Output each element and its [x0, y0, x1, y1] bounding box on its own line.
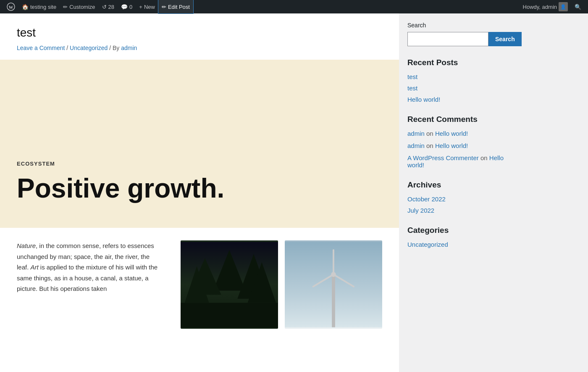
category-item-1[interactable]: Uncategorized: [407, 241, 517, 248]
search-link[interactable]: 🔍: [571, 0, 585, 13]
edit-post-icon: ✏: [162, 4, 166, 10]
new-icon: +: [139, 4, 142, 10]
admin-bar: W 🏠 testing site ✏ Customize ↺ 28 💬 0 + …: [0, 0, 588, 13]
updates-count: 28: [108, 4, 114, 10]
archive-item-2[interactable]: July 2022: [407, 207, 517, 214]
leave-comment-link[interactable]: Leave a Comment: [17, 45, 65, 51]
recent-post-1[interactable]: test: [407, 73, 517, 80]
archives-widget: Archives October 2022 July 2022: [407, 180, 517, 214]
comments-link[interactable]: 💬 0: [118, 0, 136, 13]
sidebar: Search Search Recent Posts test test Hel…: [399, 13, 525, 372]
comment-on-1: on: [426, 130, 435, 137]
recent-post-3[interactable]: Hello world!: [407, 96, 517, 103]
wp-logo-button[interactable]: W: [3, 0, 18, 13]
comment-post-1[interactable]: Hello world!: [435, 130, 468, 137]
user-avatar: 👤: [559, 2, 568, 11]
customize-icon: ✏: [63, 4, 68, 10]
ecosystem-label: ECOSYSTEM: [17, 161, 382, 167]
comment-item-1: admin on Hello world!: [407, 130, 517, 137]
recent-posts-widget: Recent Posts test test Hello world!: [407, 58, 517, 103]
content-row: Nature, in the common sense, refers to e…: [17, 240, 382, 329]
site-icon: 🏠: [22, 4, 29, 10]
testing-site-label: testing site: [30, 4, 56, 10]
testing-site-link[interactable]: 🏠 testing site: [18, 0, 60, 13]
category-link[interactable]: Uncategorized: [70, 45, 108, 51]
hero-section: ECOSYSTEM Positive growth.: [0, 60, 399, 228]
comment-author-1[interactable]: admin: [407, 130, 425, 137]
comment-on-3: on: [480, 154, 489, 161]
svg-text:W: W: [9, 5, 13, 10]
comments-count: 0: [129, 4, 132, 10]
trees-image: [181, 240, 278, 329]
categories-widget: Categories Uncategorized: [407, 226, 517, 248]
updates-icon: ↺: [102, 4, 107, 10]
new-link[interactable]: + New: [136, 0, 158, 13]
page-wrapper: test Leave a Comment / Uncategorized / B…: [0, 13, 588, 372]
svg-rect-11: [332, 274, 335, 327]
edit-post-link[interactable]: ✏ Edit Post: [158, 0, 193, 13]
post-body: Nature, in the common sense, refers to e…: [0, 228, 399, 341]
comment-author-3[interactable]: A WordPress Commenter: [407, 154, 479, 161]
meta-separator-2: / By: [109, 45, 121, 51]
comment-post-2[interactable]: Hello world!: [435, 142, 468, 149]
search-widget: Search Search: [407, 22, 517, 46]
search-row: Search: [407, 32, 517, 46]
search-input[interactable]: [407, 32, 488, 46]
archive-item-1[interactable]: October 2022: [407, 195, 517, 203]
images-column: [181, 240, 382, 329]
post-header: test Leave a Comment / Uncategorized / B…: [0, 13, 399, 60]
search-widget-label: Search: [407, 22, 517, 29]
author-link[interactable]: admin: [121, 45, 137, 51]
meta-separator-1: /: [66, 45, 70, 51]
svg-rect-9: [181, 303, 278, 327]
edit-post-label: Edit Post: [168, 4, 190, 10]
hero-heading: Positive growth.: [17, 174, 382, 203]
search-button[interactable]: Search: [488, 32, 522, 46]
new-label: New: [144, 4, 155, 10]
customize-link[interactable]: ✏ Customize: [60, 0, 98, 13]
admin-bar-right: Howdy, admin 👤 🔍: [520, 0, 585, 13]
howdy-link[interactable]: Howdy, admin 👤: [520, 0, 571, 13]
customize-label: Customize: [69, 4, 95, 10]
main-content: test Leave a Comment / Uncategorized / B…: [0, 13, 399, 372]
recent-post-2[interactable]: test: [407, 84, 517, 92]
search-icon: 🔍: [575, 4, 581, 10]
post-meta: Leave a Comment / Uncategorized / By adm…: [17, 45, 382, 51]
recent-comments-title: Recent Comments: [407, 115, 517, 124]
comment-item-3: A WordPress Commenter on Hello world!: [407, 154, 517, 169]
italic-nature: Nature: [17, 242, 36, 249]
comments-icon: 💬: [121, 4, 128, 10]
italic-art: Art: [31, 264, 39, 271]
comment-author-2[interactable]: admin: [407, 142, 425, 149]
updates-link[interactable]: ↺ 28: [99, 0, 118, 13]
recent-comments-widget: Recent Comments admin on Hello world! ad…: [407, 115, 517, 169]
categories-title: Categories: [407, 226, 517, 235]
post-title: test: [17, 26, 382, 40]
howdy-text: Howdy, admin: [523, 4, 557, 10]
recent-posts-title: Recent Posts: [407, 58, 517, 67]
post-text: Nature, in the common sense, refers to e…: [17, 240, 160, 294]
comment-on-2: on: [426, 142, 435, 149]
archives-title: Archives: [407, 180, 517, 190]
comment-item-2: admin on Hello world!: [407, 142, 517, 149]
windmill-image: [285, 240, 382, 329]
